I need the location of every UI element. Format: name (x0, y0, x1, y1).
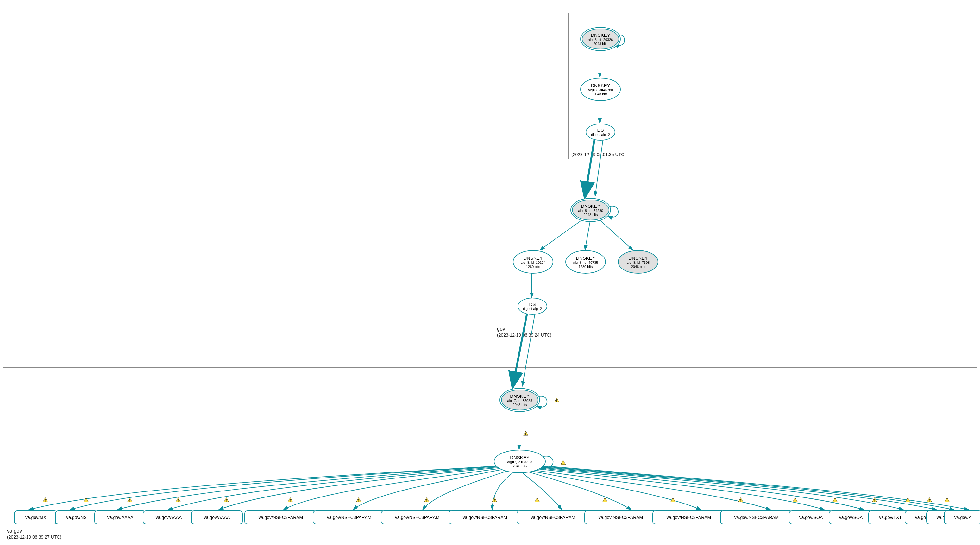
svg-rect-20 (605, 499, 605, 501)
diagram-canvas: . (2023-12-19 05:01:35 UTC) gov (2023-12… (0, 0, 980, 545)
svg-rect-26 (795, 499, 795, 501)
svg-rect-25 (740, 501, 741, 502)
leaf-record: va.gov/MX (14, 510, 57, 524)
warning-icon (905, 497, 911, 503)
svg-rect-11 (290, 501, 291, 502)
node-line1: alg=8, id=64280 (578, 209, 603, 212)
node-line1: digest alg=2 (523, 307, 542, 311)
node-root-zsk: DNSKEY alg=8, id=46780 2048 bits (580, 78, 621, 101)
node-line1: alg=8, id=10104 (521, 261, 546, 265)
node-vagov-ksk: DNSKEY alg=7, id=36085 2048 bits (500, 388, 540, 412)
node-title: DNSKEY (510, 455, 530, 460)
warning-icon (42, 497, 48, 503)
warning-icon (670, 497, 676, 503)
node-line2: 2048 bits (584, 213, 598, 217)
svg-rect-35 (929, 501, 930, 502)
svg-rect-31 (874, 501, 875, 502)
svg-rect-22 (673, 499, 673, 501)
node-line1: alg=7, id=36085 (508, 399, 532, 403)
warning-icon (424, 497, 430, 503)
node-line1: alg=7, id=37358 (508, 460, 532, 464)
warning-icon (944, 497, 950, 503)
leaf-record: va.gov/NSEC3PARAM (517, 510, 589, 524)
svg-rect-21 (605, 501, 605, 502)
svg-rect-18 (537, 499, 538, 501)
warning-icon (560, 460, 566, 465)
warning-icon (602, 497, 608, 503)
warning-icon (83, 497, 89, 503)
node-line1: alg=8, id=7698 (627, 261, 650, 265)
warning-icon (926, 497, 932, 503)
node-gov-zsk1: DNSKEY alg=8, id=10104 1280 bits (513, 250, 553, 274)
warning-icon (492, 497, 497, 503)
leaf-record: va.gov/NSEC3PARAM (381, 510, 453, 524)
warning-icon (175, 497, 181, 503)
node-gov-ds: DS digest alg=2 (517, 298, 547, 315)
svg-rect-0 (45, 499, 46, 501)
node-vagov-zsk: DNSKEY alg=7, id=37358 2048 bits (494, 450, 546, 473)
svg-rect-17 (494, 501, 495, 502)
warning-icon (738, 497, 743, 503)
svg-rect-14 (426, 499, 427, 501)
node-line2: 2048 bits (593, 42, 608, 46)
warning-icon (223, 497, 229, 503)
svg-rect-7 (178, 501, 178, 502)
svg-rect-38 (557, 399, 557, 401)
svg-rect-43 (563, 464, 563, 464)
svg-rect-1 (45, 501, 46, 502)
node-gov-zsk2: DNSKEY alg=8, id=49735 1280 bits (565, 250, 606, 274)
leaf-record: va.gov/NSEC3PARAM (313, 510, 385, 524)
svg-rect-4 (129, 499, 130, 501)
svg-rect-42 (563, 462, 563, 463)
leaf-record: va.gov/SOA (789, 510, 833, 524)
svg-rect-30 (874, 499, 875, 501)
svg-rect-10 (290, 499, 291, 501)
svg-rect-15 (426, 501, 427, 502)
leaf-record: va.gov/A (944, 510, 980, 524)
node-title: DNSKEY (591, 32, 610, 38)
svg-rect-32 (907, 499, 908, 501)
node-line2: 2048 bits (513, 403, 527, 406)
node-line1: digest alg=2 (591, 133, 610, 137)
leaf-record: va.gov/NSEC3PARAM (652, 510, 725, 524)
leaf-record: va.gov/AAAA (191, 510, 243, 524)
svg-rect-24 (740, 499, 741, 501)
svg-rect-2 (86, 499, 86, 501)
warning-icon (356, 497, 361, 503)
svg-rect-8 (226, 499, 227, 501)
warning-icon (792, 497, 798, 503)
leaf-record: va.gov/SOA (829, 510, 873, 524)
warning-icon (534, 497, 540, 503)
svg-rect-36 (947, 499, 947, 501)
svg-rect-23 (673, 501, 673, 502)
node-title: DNSKEY (523, 255, 543, 261)
svg-rect-6 (178, 499, 178, 501)
node-title: DS (529, 301, 536, 307)
svg-rect-40 (525, 433, 526, 434)
node-title: DNSKEY (581, 203, 600, 209)
node-line2: 1280 bits (526, 265, 540, 269)
edges-layer (0, 0, 980, 545)
svg-rect-9 (226, 501, 227, 502)
node-title: DNSKEY (591, 83, 610, 88)
node-root-ds: DS digest alg=2 (585, 124, 615, 140)
node-title: DS (597, 127, 604, 133)
warning-icon (287, 497, 293, 503)
svg-rect-5 (129, 501, 130, 502)
leaf-record: va.gov/NSEC3PARAM (244, 510, 317, 524)
svg-rect-28 (835, 499, 835, 501)
svg-rect-37 (947, 501, 947, 502)
node-gov-zsk3: DNSKEY alg=8, id=7698 2048 bits (618, 250, 659, 274)
leaf-record: va.gov/NSEC3PARAM (584, 510, 657, 524)
svg-rect-41 (525, 435, 526, 435)
svg-rect-29 (835, 501, 835, 502)
node-title: DNSKEY (576, 255, 595, 261)
leaf-record: va.gov/NS (55, 510, 98, 524)
node-gov-ksk: DNSKEY alg=8, id=64280 2048 bits (570, 198, 611, 222)
svg-rect-12 (358, 499, 359, 501)
node-title: DNSKEY (628, 255, 648, 261)
svg-rect-16 (494, 499, 495, 501)
svg-rect-27 (795, 501, 795, 502)
node-line2: 2048 bits (513, 464, 527, 468)
svg-rect-3 (86, 501, 86, 502)
